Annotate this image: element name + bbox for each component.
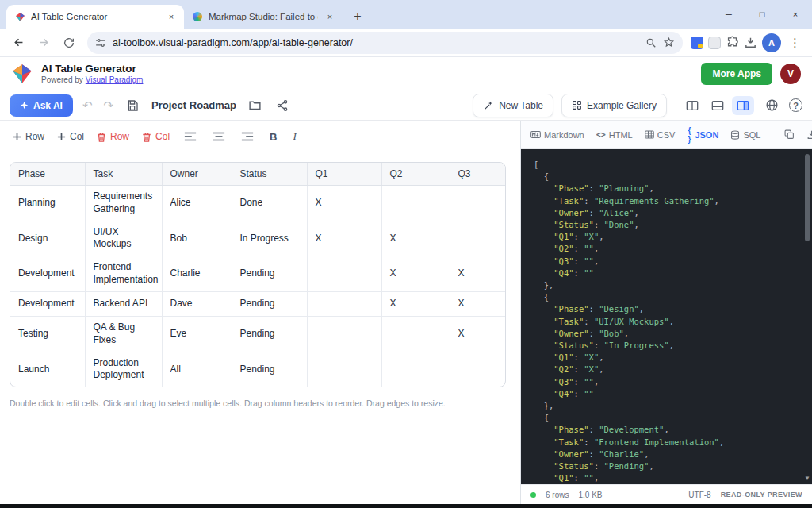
align-right-button[interactable]	[239, 129, 255, 144]
maximize-button[interactable]: □	[745, 0, 779, 29]
undo-button[interactable]: ↶	[81, 98, 94, 113]
table-cell[interactable]: Production Deployment	[85, 352, 162, 387]
table-cell[interactable]: Development	[10, 291, 85, 316]
column-header-phase[interactable]: Phase	[10, 163, 85, 186]
new-tab-button[interactable]: +	[347, 6, 368, 27]
account-avatar[interactable]: V	[780, 64, 801, 84]
table-cell[interactable]: Pending	[232, 316, 307, 352]
table-cell[interactable]: X	[381, 221, 450, 256]
bookmark-star-icon[interactable]	[663, 37, 675, 48]
table-cell[interactable]: Eve	[162, 316, 232, 352]
table-cell[interactable]	[381, 316, 450, 352]
table-cell[interactable]: Pending	[232, 291, 307, 316]
forward-button[interactable]	[33, 33, 54, 53]
browser-tab-inactive[interactable]: Markmap Studio: Failed to ope ×	[184, 5, 343, 29]
downloads-icon[interactable]	[744, 36, 757, 49]
table-cell[interactable]: Pending	[232, 256, 307, 292]
scrollbar-thumb[interactable]	[805, 154, 810, 241]
table-cell[interactable]	[381, 186, 450, 221]
save-icon[interactable]	[123, 96, 142, 115]
table-cell[interactable]	[307, 291, 381, 316]
table-cell[interactable]: X	[381, 256, 450, 292]
table-cell[interactable]: Alice	[162, 186, 232, 221]
share-icon[interactable]	[273, 96, 292, 115]
tab-sql[interactable]: SQL	[730, 130, 760, 140]
delete-col-button[interactable]: Col	[142, 131, 170, 142]
column-header-owner[interactable]: Owner	[162, 163, 232, 186]
table-cell[interactable]: Design	[10, 221, 85, 256]
table-cell[interactable]: Done	[232, 186, 307, 221]
column-header-q1[interactable]: Q1	[307, 163, 381, 186]
menu-kebab-icon[interactable]: ⋮	[786, 36, 804, 50]
more-apps-button[interactable]: More Apps	[701, 63, 772, 85]
split-columns-layout-icon[interactable]	[681, 96, 703, 115]
url-text[interactable]: ai-toolbox.visual-paradigm.com/app/ai-ta…	[113, 37, 639, 48]
delete-row-button[interactable]: Row	[97, 131, 129, 142]
table-cell[interactable]: X	[381, 291, 450, 316]
address-bar[interactable]: ai-toolbox.visual-paradigm.com/app/ai-ta…	[87, 32, 683, 54]
example-gallery-button[interactable]: Example Gallery	[561, 94, 667, 117]
tab-close-icon[interactable]: ×	[324, 10, 336, 23]
new-table-button[interactable]: New Table	[473, 94, 553, 117]
table-cell[interactable]	[381, 352, 450, 387]
table-cell[interactable]: X	[450, 291, 506, 316]
italic-button[interactable]: I	[291, 130, 297, 143]
table-cell[interactable]	[307, 352, 381, 387]
table-cell[interactable]: X	[307, 186, 381, 221]
back-button[interactable]	[8, 33, 29, 53]
visual-paradigm-link[interactable]: Visual Paradigm	[86, 75, 144, 84]
site-settings-icon[interactable]	[95, 37, 106, 48]
profile-avatar[interactable]: A	[762, 33, 781, 52]
help-icon[interactable]: ?	[789, 98, 802, 112]
copy-icon[interactable]	[784, 128, 795, 142]
table-cell[interactable]: Requirements Gathering	[85, 186, 162, 221]
open-folder-icon[interactable]	[246, 96, 265, 115]
add-col-button[interactable]: Col	[57, 131, 84, 142]
scroll-down-arrow[interactable]: ▼	[804, 475, 810, 482]
table-cell[interactable]: QA & Bug Fixes	[85, 316, 162, 352]
table-cell[interactable]: X	[450, 316, 506, 352]
align-left-button[interactable]	[182, 129, 198, 144]
code-scrollbar[interactable]	[805, 154, 810, 470]
column-header-status[interactable]: Status	[232, 163, 307, 186]
table-cell[interactable]	[307, 316, 381, 352]
extensions-puzzle-icon[interactable]	[726, 36, 739, 49]
table-cell[interactable]	[450, 352, 506, 387]
ask-ai-button[interactable]: Ask AI	[10, 94, 73, 117]
table-cell[interactable]: Pending	[232, 352, 307, 387]
add-row-button[interactable]: Row	[13, 131, 44, 142]
table-cell[interactable]: Backend API	[85, 291, 162, 316]
table-cell[interactable]: All	[162, 352, 232, 387]
zoom-icon[interactable]	[645, 37, 657, 48]
table-cell[interactable]	[450, 221, 506, 256]
table-cell[interactable]: Dave	[162, 291, 232, 316]
bold-button[interactable]: B	[268, 131, 278, 143]
table-cell[interactable]: Launch	[10, 352, 85, 387]
table-cell[interactable]: X	[450, 256, 506, 292]
document-title[interactable]: Project Roadmap	[151, 99, 236, 111]
table-cell[interactable]: Bob	[162, 221, 232, 256]
column-header-q3[interactable]: Q3	[450, 163, 506, 186]
table-cell[interactable]: Frontend Implementation	[85, 256, 162, 292]
table-cell[interactable]	[307, 256, 381, 292]
browser-tab-active[interactable]: AI Table Generator ×	[6, 5, 184, 29]
table-cell[interactable]: Development	[10, 256, 85, 292]
minimize-button[interactable]: ─	[712, 0, 745, 29]
close-button[interactable]: ×	[779, 0, 812, 29]
table-cell[interactable]: Testing	[10, 316, 85, 352]
table-cell[interactable]: UI/UX Mockups	[85, 221, 162, 256]
right-panel-layout-icon[interactable]	[732, 96, 754, 115]
align-center-button[interactable]	[211, 129, 227, 144]
tab-markdown[interactable]: Markdown	[530, 130, 584, 140]
column-header-task[interactable]: Task	[85, 163, 162, 186]
table-cell[interactable]: X	[307, 221, 381, 256]
table-cell[interactable]: Charlie	[162, 256, 232, 292]
redo-button[interactable]: ↷	[102, 98, 115, 113]
download-icon[interactable]	[806, 128, 812, 142]
bottom-panel-layout-icon[interactable]	[707, 96, 729, 115]
tab-close-icon[interactable]: ×	[165, 10, 178, 23]
tab-csv[interactable]: CSV	[645, 130, 676, 140]
language-globe-icon[interactable]	[762, 96, 781, 115]
table-cell[interactable]: Planning	[10, 186, 85, 221]
pinned-extension-icon[interactable]	[691, 37, 703, 49]
